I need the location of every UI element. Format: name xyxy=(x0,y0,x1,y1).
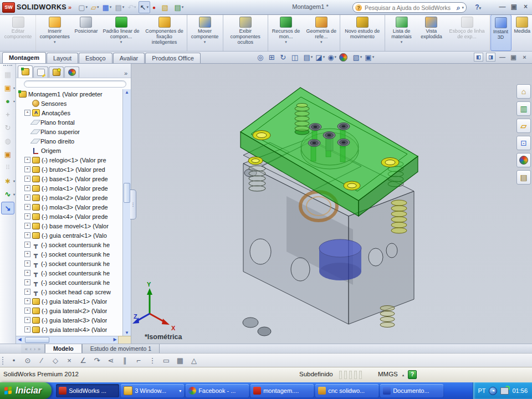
snap-button[interactable]: ⌐ xyxy=(133,356,144,365)
model-tab[interactable]: Estudo de movimento 1 xyxy=(82,344,160,354)
left-toolbar-button[interactable]: ∿ xyxy=(2,188,14,200)
expand-toggle[interactable] xyxy=(24,204,30,210)
toolbar-grip[interactable] xyxy=(3,65,12,66)
expand-toggle[interactable] xyxy=(24,251,30,257)
expand-toggle[interactable] xyxy=(24,279,30,285)
scroll-up-icon[interactable]: ▲ xyxy=(123,89,131,96)
snap-button[interactable]: ⊙ xyxy=(22,356,33,365)
expand-toggle[interactable] xyxy=(24,260,30,267)
document-window-button[interactable]: ▣ xyxy=(509,53,518,61)
task-pane-button[interactable]: ▱ xyxy=(516,119,531,133)
tree-item[interactable]: (-) base movel<1> (Valor xyxy=(17,221,122,231)
tree-item[interactable]: (-) socket countersunk he xyxy=(17,259,122,268)
tree-item[interactable]: Origem xyxy=(17,146,122,155)
ribbon-button[interactable]: Esboço de linha de exp... ▾ xyxy=(446,14,490,51)
graphics-viewport[interactable]: Y X Z *Isométrica ⌂▥▱⊡▤ xyxy=(131,63,532,344)
command-tab[interactable]: Montagem xyxy=(2,52,46,63)
tree-filter-field[interactable] xyxy=(24,80,126,88)
feature-manager-tab[interactable] xyxy=(33,66,48,78)
scrollbar-thumb[interactable] xyxy=(25,337,49,343)
feature-manager-tab[interactable] xyxy=(64,66,79,78)
status-help-icon[interactable]: ? xyxy=(408,370,417,379)
tree-item[interactable]: (-) guia lateral<2> (Valor xyxy=(17,306,122,315)
snap-button[interactable]: × xyxy=(64,356,75,365)
start-button[interactable]: Iniciar xyxy=(0,382,52,399)
heads-up-button[interactable]: ⊞▾ xyxy=(268,52,278,62)
ribbon-button[interactable]: Novo estudo de movimento ▾ xyxy=(341,14,385,51)
heads-up-button[interactable]: ▾ xyxy=(338,52,351,62)
snap-button[interactable]: ▭ xyxy=(161,356,172,365)
panel-splitter-handle[interactable]: ⋮ xyxy=(130,190,136,219)
tree-horizontal-scrollbar[interactable]: ◀ ▶ xyxy=(16,336,119,344)
task-pane-button[interactable]: ⌂ xyxy=(516,84,531,99)
taskbar-button[interactable]: Facebook - ... ▾ xyxy=(186,384,249,397)
left-toolbar-button[interactable]: ⠿ xyxy=(2,162,14,173)
tree-item[interactable]: (-) socket countersunk he xyxy=(17,268,122,278)
dropdown-arrow-icon[interactable]: ▾ xyxy=(285,40,287,44)
expand-toggle[interactable] xyxy=(24,213,30,219)
tree-item[interactable]: (-) relogio<1> (Valor pre xyxy=(17,155,122,165)
scroll-left-icon[interactable]: ◀ xyxy=(16,336,23,344)
expand-toggle[interactable] xyxy=(24,110,30,116)
snap-button[interactable]: ∠ xyxy=(78,356,89,365)
expand-toggle[interactable] xyxy=(24,242,30,248)
clock[interactable]: 01:56 xyxy=(512,387,528,394)
tree-item[interactable]: Montagem1 (Valor predeter xyxy=(17,89,122,99)
ribbon-button[interactable]: Instant 3D ▾ xyxy=(490,14,512,51)
document-window-button[interactable]: — xyxy=(498,53,507,61)
expand-toggle[interactable] xyxy=(24,176,30,182)
ribbon-button[interactable]: Geometria de refe... ▾ xyxy=(304,14,340,51)
heads-up-button[interactable]: ◫▾ xyxy=(290,52,302,62)
tree-item[interactable]: (-) guia lateral<4> (Valor xyxy=(17,325,122,334)
tree-item[interactable]: (-) socket head cap screw xyxy=(17,287,122,296)
command-tab[interactable]: Layout xyxy=(47,53,78,63)
snap-button[interactable]: ∥ xyxy=(119,356,130,365)
search-dropdown-icon[interactable]: ▾ xyxy=(462,6,464,10)
expand-toggle[interactable] xyxy=(24,289,30,295)
taskbar-button[interactable]: montagem.... ▾ xyxy=(250,384,314,397)
ribbon-button[interactable]: Componentes de fixação inteligentes ▾ xyxy=(143,14,187,51)
taskbar-button[interactable]: Documento... ▾ xyxy=(380,384,443,397)
taskbar-button[interactable]: cnc solidwo... ▾ xyxy=(315,384,378,397)
window-control-button[interactable]: × xyxy=(521,3,530,10)
tree-item[interactable]: (-) mola<4> (Valor prede xyxy=(17,212,122,221)
left-toolbar-button[interactable]: ▣ xyxy=(2,82,14,94)
expand-toggle[interactable] xyxy=(24,166,30,172)
expand-toggle[interactable] xyxy=(24,185,30,191)
tree-item[interactable]: Plano superior xyxy=(17,127,122,136)
expand-toggle[interactable] xyxy=(24,326,30,332)
dropdown-arrow-icon[interactable]: ▾ xyxy=(120,40,122,44)
expand-toggle[interactable] xyxy=(24,308,30,314)
tree-item[interactable]: (-) mola<3> (Valor prede xyxy=(17,202,122,212)
language-indicator[interactable]: PT xyxy=(478,387,485,394)
task-pane-button[interactable]: ⊡ xyxy=(516,136,531,150)
ribbon-button[interactable]: Editar componente ▾ xyxy=(1,14,36,51)
left-toolbar-button[interactable]: ∗ xyxy=(2,175,14,187)
task-pane-button[interactable]: ▤ xyxy=(516,170,531,185)
tabs-overflow-button[interactable]: » xyxy=(122,70,129,78)
snap-button[interactable]: △ xyxy=(188,356,200,365)
taskbar-group-arrow-icon[interactable]: ▾ xyxy=(179,388,181,393)
ribbon-button[interactable]: Lista de materiais ▾ xyxy=(386,14,417,51)
tree-item[interactable]: (-) socket countersunk he xyxy=(17,240,122,249)
help-button[interactable]: ?▾ xyxy=(475,3,481,11)
document-window-button[interactable]: ◧ xyxy=(474,53,483,62)
quick-toolbar-button[interactable]: ↖▾ xyxy=(139,1,150,13)
tree-item[interactable]: Plano direito xyxy=(17,136,122,146)
assembly-model[interactable]: Y X Z xyxy=(131,63,532,344)
ribbon-button[interactable]: Recursos de mon... ▾ xyxy=(269,14,304,51)
heads-up-button[interactable]: ◪▾ xyxy=(314,52,326,62)
left-toolbar-button[interactable]: ▣ xyxy=(2,149,14,160)
expand-toggle[interactable] xyxy=(24,195,30,201)
feature-manager-tab[interactable] xyxy=(49,66,64,78)
quick-toolbar-button[interactable]: ▦▾ xyxy=(101,2,113,13)
heads-up-button[interactable]: ◎▾ xyxy=(256,52,267,62)
tree-item[interactable]: Sensores xyxy=(17,99,122,108)
ribbon-button[interactable]: Vista explodida ▾ xyxy=(417,14,445,51)
quick-toolbar-button[interactable]: ▤▾ xyxy=(114,2,125,13)
help-search-box[interactable]: ? ⌕ ▾ xyxy=(352,2,467,13)
task-pane-button[interactable] xyxy=(516,153,531,167)
command-tab[interactable]: Esboço xyxy=(79,53,112,63)
units-selector[interactable]: MMGS▴ xyxy=(378,371,404,377)
quick-toolbar-button[interactable]: ▱▾ xyxy=(90,2,100,13)
